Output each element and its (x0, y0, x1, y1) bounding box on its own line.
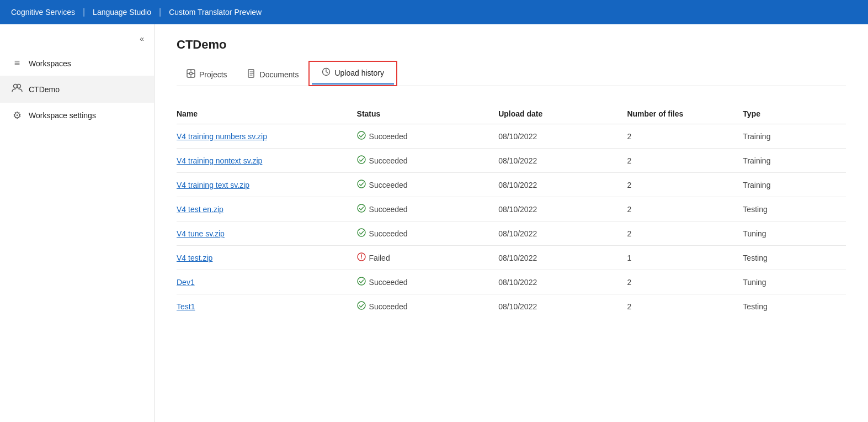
success-icon (357, 228, 366, 239)
status-text: Succeeded (369, 132, 408, 141)
num-files-cell: 2 (627, 149, 743, 173)
col-header-num-files: Number of files (627, 104, 743, 124)
svg-point-12 (361, 259, 362, 260)
svg-point-9 (358, 204, 365, 212)
num-files-cell: 2 (627, 221, 743, 246)
projects-tab-icon (187, 69, 195, 80)
table-row: V4 test en.zip Succeeded08/10/20222Testi… (177, 197, 846, 221)
tab-documents[interactable]: Documents (237, 65, 309, 86)
svg-point-10 (358, 229, 365, 236)
svg-point-8 (358, 180, 365, 188)
tab-upload-history-highlight: Upload history (308, 61, 397, 86)
table-row: Test1 Succeeded08/10/20222Testing (177, 294, 846, 319)
sidebar-item-workspaces[interactable]: ≡ Workspaces (0, 51, 154, 76)
num-files-cell: 2 (627, 294, 743, 319)
row-name-link[interactable]: V4 training text sv.zip (177, 181, 249, 189)
topbar-brand2: Language Studio (93, 8, 151, 17)
ctdemo-icon (11, 82, 23, 96)
table-header-row: Name Status Upload date Number of files … (177, 104, 846, 124)
row-name-link[interactable]: V4 test en.zip (177, 205, 223, 214)
sidebar: « ≡ Workspaces CTDemo ⚙ Workspace settin… (0, 24, 155, 422)
success-icon (357, 131, 366, 141)
col-header-status: Status (357, 104, 499, 124)
collapse-button[interactable]: « (136, 32, 147, 45)
sidebar-item-workspace-settings[interactable]: ⚙ Workspace settings (0, 103, 154, 128)
row-name-link[interactable]: V4 training nontext sv.zip (177, 156, 262, 165)
success-icon (357, 155, 366, 166)
type-cell: Training (743, 124, 846, 149)
tab-documents-label: Documents (260, 70, 299, 79)
status-text: Succeeded (369, 156, 408, 165)
type-cell: Testing (743, 246, 846, 270)
upload-history-tab-icon (322, 67, 331, 78)
type-cell: Testing (743, 197, 846, 221)
tab-upload-history-label: Upload history (334, 68, 384, 77)
upload-date-cell: 08/10/2022 (498, 246, 627, 270)
main-layout: « ≡ Workspaces CTDemo ⚙ Workspace settin… (0, 24, 868, 422)
status-cell: Failed (357, 252, 490, 263)
svg-point-7 (358, 156, 365, 163)
num-files-cell: 2 (627, 124, 743, 149)
row-name-link[interactable]: Dev1 (177, 278, 195, 287)
row-name-link[interactable]: V4 training numbers sv.zip (177, 132, 267, 141)
status-text: Succeeded (369, 229, 408, 238)
status-text: Succeeded (369, 278, 408, 287)
upload-date-cell: 08/10/2022 (498, 173, 627, 197)
topbar-divider1: | (83, 7, 85, 17)
failed-icon (357, 252, 366, 263)
upload-date-cell: 08/10/2022 (498, 197, 627, 221)
content-area: CTDemo Projects (155, 24, 868, 422)
num-files-cell: 2 (627, 197, 743, 221)
status-text: Failed (369, 254, 390, 262)
status-text: Succeeded (369, 205, 408, 214)
type-cell: Training (743, 149, 846, 173)
workspaces-icon: ≡ (11, 57, 23, 69)
success-icon (357, 301, 366, 312)
col-header-name: Name (177, 104, 357, 124)
num-files-cell: 1 (627, 246, 743, 270)
type-cell: Testing (743, 294, 846, 319)
workspace-settings-icon: ⚙ (11, 109, 23, 122)
workspace-title: CTDemo (177, 38, 846, 52)
tabs-bar: Projects Documents (177, 61, 846, 86)
svg-point-6 (358, 131, 365, 139)
topbar-brand1: Cognitive Services (11, 8, 75, 17)
sidebar-item-label-workspaces: Workspaces (29, 59, 71, 68)
type-cell: Tuning (743, 221, 846, 246)
status-cell: Succeeded (357, 228, 490, 239)
table-row: V4 tune sv.zip Succeeded08/10/20222Tunin… (177, 221, 846, 246)
row-name-link[interactable]: V4 test.zip (177, 254, 212, 262)
tab-upload-history[interactable]: Upload history (312, 63, 394, 85)
upload-date-cell: 08/10/2022 (498, 294, 627, 319)
svg-point-3 (190, 72, 193, 75)
table-row: V4 training text sv.zip Succeeded08/10/2… (177, 173, 846, 197)
success-icon (357, 204, 366, 214)
sidebar-item-label-ctdemo: CTDemo (29, 85, 60, 94)
sidebar-collapse-area: « (0, 29, 154, 51)
topbar-divider2: | (159, 7, 161, 17)
table-row: V4 training nontext sv.zip Succeeded08/1… (177, 149, 846, 173)
row-name-link[interactable]: V4 tune sv.zip (177, 229, 225, 238)
upload-history-table: Name Status Upload date Number of files … (177, 104, 846, 318)
table-row: Dev1 Succeeded08/10/20222Tuning (177, 270, 846, 294)
row-name-link[interactable]: Test1 (177, 302, 195, 311)
table-row: V4 test.zip Failed08/10/20221Testing (177, 246, 846, 270)
status-cell: Succeeded (357, 204, 490, 214)
upload-date-cell: 08/10/2022 (498, 124, 627, 149)
status-text: Succeeded (369, 302, 408, 311)
num-files-cell: 2 (627, 270, 743, 294)
upload-date-cell: 08/10/2022 (498, 221, 627, 246)
sidebar-item-ctdemo[interactable]: CTDemo (0, 76, 154, 103)
documents-tab-icon (247, 69, 256, 80)
upload-date-cell: 08/10/2022 (498, 270, 627, 294)
sidebar-item-label-workspace-settings: Workspace settings (29, 111, 96, 120)
status-cell: Succeeded (357, 155, 490, 166)
tab-projects[interactable]: Projects (177, 65, 237, 86)
status-cell: Succeeded (357, 180, 490, 190)
success-icon (357, 277, 366, 287)
num-files-cell: 2 (627, 173, 743, 197)
svg-point-13 (358, 277, 365, 285)
topbar: Cognitive Services | Language Studio | C… (0, 0, 868, 24)
upload-date-cell: 08/10/2022 (498, 149, 627, 173)
status-cell: Succeeded (357, 131, 490, 141)
